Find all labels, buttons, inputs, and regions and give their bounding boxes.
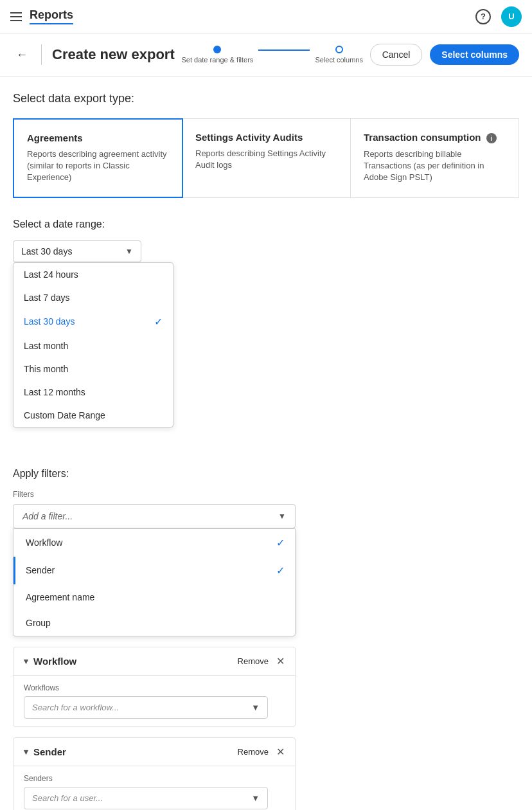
stepper-connector: [258, 50, 310, 51]
export-card-transaction-title: Transaction consumption i: [364, 132, 506, 143]
cancel-button[interactable]: Cancel: [370, 44, 423, 66]
sender-filter-title: ▾ Sender: [24, 746, 66, 757]
checkmark-icon: ✓: [154, 316, 163, 328]
workflow-search-placeholder: Search for a workflow...: [32, 703, 119, 712]
workflow-close-icon[interactable]: ✕: [276, 655, 285, 667]
filters-label: Filters: [13, 490, 519, 499]
help-icon[interactable]: ?: [475, 9, 491, 24]
sender-filter-header: ▾ Sender Remove ✕: [13, 738, 295, 766]
workflow-filter-actions: Remove ✕: [238, 655, 285, 667]
filter-chevron-down-icon: ▼: [278, 512, 286, 521]
export-card-agreements-desc: Reports describing agreement activity (s…: [27, 148, 169, 184]
app-title: Reports: [30, 8, 73, 24]
export-type-title: Select data export type:: [13, 92, 519, 105]
nav-left: Reports: [10, 8, 73, 24]
filter-dropdown-container: Add a filter... ▼ Workflow ✓ Sender ✓ Ag…: [13, 504, 296, 636]
header-divider: [41, 44, 42, 65]
date-range-selected-value: Last 30 days: [21, 246, 72, 256]
workflow-remove-button[interactable]: Remove: [238, 656, 269, 666]
date-range-title: Select a date range:: [13, 219, 519, 230]
filter-option-sender[interactable]: Sender ✓: [13, 557, 295, 584]
filter-menu: Workflow ✓ Sender ✓ Agreement name Group: [13, 528, 296, 636]
filter-option-workflow[interactable]: Workflow ✓: [13, 529, 295, 557]
date-option-lastmonth[interactable]: Last month: [13, 334, 173, 357]
workflow-check-icon: ✓: [276, 537, 285, 549]
nav-right: ? U: [475, 6, 522, 27]
sender-filter-tag: ▾ Sender Remove ✕ Senders Search for a u…: [13, 737, 296, 810]
sender-collapse-icon[interactable]: ▾: [24, 747, 28, 757]
date-option-thismonth[interactable]: This month: [13, 357, 173, 381]
sender-remove-button[interactable]: Remove: [238, 747, 269, 757]
workflow-filter-header: ▾ Workflow Remove ✕: [13, 647, 295, 676]
date-range-menu: Last 24 hours Last 7 days Last 30 days ✓…: [13, 262, 173, 428]
add-filter-placeholder: Add a filter...: [22, 511, 73, 521]
workflow-search-dropdown[interactable]: Search for a workflow... ▼: [24, 696, 268, 719]
export-card-agreements-title: Agreements: [27, 132, 169, 143]
workflow-dropdown-chevron-icon: ▼: [251, 703, 260, 712]
sender-check-icon: ✓: [276, 564, 285, 577]
senders-sublabel: Senders: [24, 774, 285, 783]
stepper-label-1: Set date range & filters: [181, 56, 253, 64]
stepper-step2: Select columns: [315, 46, 363, 64]
export-card-transaction[interactable]: Transaction consumption i Reports descri…: [351, 119, 519, 197]
date-range-section: Select a date range: Last 30 days ▼ Last…: [13, 219, 519, 262]
sender-search-placeholder: Search for a user...: [32, 793, 103, 803]
apply-filters-title: Apply filters:: [13, 468, 519, 480]
stepper-label-2: Select columns: [315, 56, 363, 64]
date-option-24hours[interactable]: Last 24 hours: [13, 263, 173, 286]
hamburger-menu[interactable]: [10, 12, 22, 21]
stepper-step1: Set date range & filters: [181, 46, 253, 64]
sender-search-dropdown[interactable]: Search for a user... ▼: [24, 787, 268, 809]
sender-filter-actions: Remove ✕: [238, 746, 285, 758]
workflows-sublabel: Workflows: [24, 683, 285, 692]
sender-close-icon[interactable]: ✕: [276, 746, 285, 758]
export-card-settings[interactable]: Settings Activity Audits Reports describ…: [182, 119, 351, 197]
date-range-dropdown: Last 30 days ▼ Last 24 hours Last 7 days…: [13, 240, 141, 262]
main-content: Select data export type: Agreements Repo…: [0, 76, 532, 810]
workflow-filter-title: ▾ Workflow: [24, 656, 76, 667]
filters-section: Apply filters: Filters Add a filter... ▼…: [13, 468, 519, 810]
export-card-settings-title: Settings Activity Audits: [195, 132, 337, 143]
back-button[interactable]: ←: [13, 46, 31, 64]
workflow-filter-tag: ▾ Workflow Remove ✕ Workflows Search for…: [13, 647, 296, 727]
sender-dropdown-chevron-icon: ▼: [251, 793, 260, 803]
header-left: ← Create new export: [13, 44, 175, 65]
avatar[interactable]: U: [501, 6, 522, 27]
filter-option-agreement-name[interactable]: Agreement name: [13, 584, 295, 610]
stepper: Set date range & filters Select columns: [181, 46, 363, 64]
date-option-custom[interactable]: Custom Date Range: [13, 404, 173, 427]
info-icon: i: [486, 133, 497, 143]
workflow-filter-body: Workflows Search for a workflow... ▼: [13, 676, 295, 726]
export-cards: Agreements Reports describing agreement …: [13, 118, 519, 198]
date-option-12months[interactable]: Last 12 months: [13, 381, 173, 404]
add-filter-dropdown[interactable]: Add a filter... ▼: [13, 504, 296, 528]
export-card-agreements[interactable]: Agreements Reports describing agreement …: [13, 118, 183, 198]
export-card-settings-desc: Reports describing Settings Activity Aud…: [195, 148, 337, 171]
sender-filter-body: Senders Search for a user... ▼: [13, 766, 295, 810]
page-title: Create new export: [52, 46, 175, 63]
top-nav: Reports ? U: [0, 0, 532, 33]
date-range-trigger[interactable]: Last 30 days ▼: [13, 240, 141, 262]
header-right: Cancel Select columns: [370, 44, 519, 66]
date-option-30days[interactable]: Last 30 days ✓: [13, 309, 173, 334]
date-option-7days[interactable]: Last 7 days: [13, 286, 173, 309]
stepper-dot-1: [213, 46, 221, 53]
chevron-down-icon: ▼: [125, 247, 133, 256]
select-columns-button[interactable]: Select columns: [430, 44, 519, 65]
workflow-collapse-icon[interactable]: ▾: [24, 656, 28, 666]
stepper-dot-2: [335, 46, 343, 53]
export-card-transaction-desc: Reports describing billable Transactions…: [364, 148, 506, 184]
filter-option-group[interactable]: Group: [13, 610, 295, 636]
header-bar: ← Create new export Set date range & fil…: [0, 33, 532, 76]
